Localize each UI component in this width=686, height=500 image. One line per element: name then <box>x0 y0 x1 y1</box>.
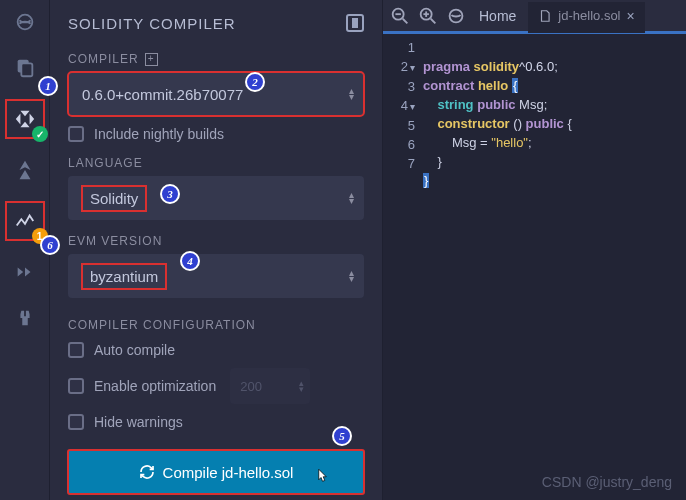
chevron-updown-icon: ▴▾ <box>349 88 354 100</box>
annotation-3: 3 <box>160 184 180 204</box>
debugger-icon[interactable] <box>11 258 39 286</box>
file-icon <box>538 9 552 23</box>
editor-area: Home jd-hello.sol × 1 2▾ 3 4▾ 5 6 7 prag… <box>383 0 686 500</box>
annotation-4: 4 <box>180 251 200 271</box>
watermark: CSDN @justry_deng <box>542 473 672 492</box>
cursor-icon <box>318 468 330 484</box>
code-lines: pragma solidity^0.6.0; contract hello { … <box>423 38 686 500</box>
compiler-config-label: COMPILER CONFIGURATION <box>68 318 364 332</box>
nightly-label: Include nightly builds <box>94 126 224 142</box>
deploy-run-icon[interactable] <box>11 156 39 184</box>
annotation-2: 2 <box>245 72 265 92</box>
compiler-version-value: 0.6.0+commit.26b70077 <box>82 86 243 103</box>
annotation-5: 5 <box>332 426 352 446</box>
svg-line-7 <box>431 18 436 23</box>
remix-logo-icon[interactable] <box>11 8 39 36</box>
solidity-compiler-panel: SOLIDITY COMPILER COMPILER + 0.6.0+commi… <box>50 0 383 500</box>
docs-icon[interactable] <box>346 14 364 32</box>
panel-title: SOLIDITY COMPILER <box>68 15 236 32</box>
compiler-label: COMPILER + <box>68 52 364 66</box>
checkbox-icon <box>68 126 84 142</box>
plugin-manager-icon[interactable] <box>11 304 39 332</box>
language-select[interactable]: Solidity ▴▾ <box>68 176 364 220</box>
optimization-runs-stepper[interactable]: 200 ▴▾ <box>230 368 310 404</box>
checkbox-icon <box>68 342 84 358</box>
auto-compile-checkbox[interactable]: Auto compile <box>68 342 364 358</box>
chevron-updown-icon: ▴▾ <box>349 192 354 204</box>
zoom-in-icon[interactable] <box>417 5 439 27</box>
line-gutter: 1 2▾ 3 4▾ 5 6 7 <box>383 38 423 500</box>
evm-version-label: EVM VERSION <box>68 234 364 248</box>
enable-optimization-label: Enable optimization <box>94 378 216 394</box>
file-explorer-icon[interactable] <box>11 54 39 82</box>
file-tab[interactable]: jd-hello.sol × <box>528 2 644 33</box>
zoom-out-icon[interactable] <box>389 5 411 27</box>
annotation-6: 6 <box>40 235 60 255</box>
compile-button[interactable]: Compile jd-hello.sol <box>68 450 364 494</box>
hide-warnings-label: Hide warnings <box>94 414 183 430</box>
solidity-compiler-icon[interactable]: ✓ <box>6 100 44 138</box>
compile-success-badge: ✓ <box>32 126 48 142</box>
compiler-version-select[interactable]: 0.6.0+commit.26b70077 ▴▾ <box>68 72 364 116</box>
checkbox-icon <box>68 378 84 394</box>
compile-button-label: Compile jd-hello.sol <box>163 464 294 481</box>
nightly-builds-checkbox[interactable]: Include nightly builds <box>68 126 364 142</box>
chevron-updown-icon: ▴▾ <box>349 270 354 282</box>
add-compiler-icon[interactable]: + <box>145 53 158 66</box>
hide-warnings-checkbox[interactable]: Hide warnings <box>68 414 364 430</box>
close-tab-icon[interactable]: × <box>627 8 635 24</box>
home-icon[interactable] <box>445 5 467 27</box>
checkbox-icon <box>68 414 84 430</box>
evm-version-value: byzantium <box>82 264 166 289</box>
home-tab[interactable]: Home <box>473 8 522 24</box>
annotation-1: 1 <box>38 76 58 96</box>
editor-tabbar: Home jd-hello.sol × <box>383 0 686 34</box>
optimization-runs-value: 200 <box>240 379 262 394</box>
code-editor[interactable]: 1 2▾ 3 4▾ 5 6 7 pragma solidity^0.6.0; c… <box>383 34 686 500</box>
auto-compile-label: Auto compile <box>94 342 175 358</box>
refresh-icon <box>139 464 155 480</box>
enable-optimization-checkbox[interactable]: Enable optimization <box>68 378 216 394</box>
language-label: LANGUAGE <box>68 156 364 170</box>
evm-version-select[interactable]: byzantium ▴▾ <box>68 254 364 298</box>
analysis-icon[interactable]: 1 <box>6 202 44 240</box>
svg-line-4 <box>403 18 408 23</box>
language-value: Solidity <box>82 186 146 211</box>
chevron-updown-icon: ▴▾ <box>299 380 304 392</box>
file-tab-label: jd-hello.sol <box>558 8 620 23</box>
svg-rect-2 <box>21 63 32 76</box>
